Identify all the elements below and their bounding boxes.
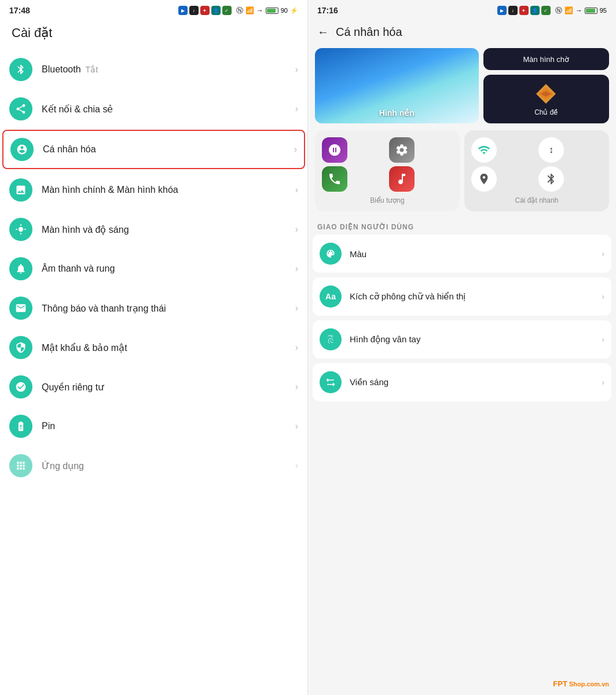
settings-item-ket-noi[interactable]: Kết nối & chia sẻ › bbox=[0, 89, 307, 129]
pin-icon bbox=[9, 415, 32, 438]
am-thanh-content: Âm thanh và rung bbox=[42, 264, 295, 274]
mat-khau-right: › bbox=[295, 342, 298, 353]
man-hinh-chinh-icon bbox=[9, 178, 32, 202]
bluetooth-content: Bluetooth Tắt bbox=[42, 64, 295, 75]
kich-co-chevron: › bbox=[602, 292, 604, 301]
notif-icon-3: ✦ bbox=[200, 6, 210, 15]
lockscreen-label: Màn hình chờ bbox=[523, 55, 570, 64]
settings-item-bluetooth[interactable]: Bluetooth Tắt › bbox=[0, 50, 307, 89]
theme-card[interactable]: Chủ đề bbox=[483, 75, 609, 123]
settings-item-pin[interactable]: Pin › bbox=[0, 407, 307, 446]
thong-bao-label: Thông báo và thanh trạng thái bbox=[42, 303, 166, 313]
bluetooth-chevron: › bbox=[295, 64, 298, 75]
man-hinh-sang-icon bbox=[9, 218, 32, 241]
thong-bao-right: › bbox=[295, 303, 298, 313]
status-bar-right: 17:16 ▶ ♪ ✦ 👤 ✓ Ⓝ 📶 → 95 bbox=[308, 0, 616, 21]
notif-icon-1: ▶ bbox=[178, 6, 188, 15]
vien-sang-label: Viền sáng bbox=[350, 377, 602, 387]
ket-noi-content: Kết nối & chia sẻ bbox=[42, 104, 295, 115]
battery-left-val: 90 bbox=[281, 7, 288, 14]
wallpaper-grid: Hình nền Màn hình chờ bbox=[308, 48, 616, 130]
man-hinh-chinh-right: › bbox=[295, 185, 298, 195]
notif-icon-4: 👤 bbox=[211, 6, 221, 15]
quick-bluetooth-icon bbox=[538, 166, 564, 192]
theme-label: Chủ đề bbox=[534, 108, 558, 116]
notif-icon-5: ✓ bbox=[222, 6, 232, 15]
page-title: Cài đặt bbox=[0, 21, 307, 50]
settings-item-man-hinh-sang[interactable]: Màn hình và độ sáng › bbox=[0, 210, 307, 249]
ket-noi-label: Kết nối & chia sẻ bbox=[42, 104, 113, 114]
right-notif-2: ♪ bbox=[508, 6, 518, 15]
man-hinh-sang-label: Màn hình và độ sáng bbox=[42, 225, 129, 235]
lockscreen-card[interactable]: Màn hình chờ bbox=[483, 48, 609, 70]
ca-nhan-hoa-right: › bbox=[294, 144, 297, 155]
shortcut-grid: Biểu tượng ↕ bbox=[308, 130, 616, 218]
settings-item-quyen-rieng[interactable]: Quyền riêng tư › bbox=[0, 367, 307, 407]
man-hinh-sang-chevron: › bbox=[295, 224, 298, 235]
right-wifi-icon: 📶 bbox=[564, 6, 573, 14]
ket-noi-icon bbox=[9, 97, 32, 120]
am-thanh-right: › bbox=[295, 264, 298, 274]
right-item-hinh-dong[interactable]: Hình động vân tay › bbox=[313, 320, 611, 359]
quyen-rieng-label: Quyền riêng tư bbox=[42, 382, 104, 392]
right-status-icons: ▶ ♪ ✦ 👤 ✓ Ⓝ 📶 → 95 bbox=[497, 6, 607, 16]
arrow-icon: → bbox=[256, 6, 263, 14]
kich-co-label: Kích cỡ phông chữ và hiển thị bbox=[350, 291, 602, 302]
right-header: ← Cá nhân hóa bbox=[308, 21, 616, 48]
quick-location-icon bbox=[471, 166, 497, 192]
ung-dung-content: Ứng dụng bbox=[42, 460, 295, 471]
thong-bao-icon bbox=[9, 297, 32, 320]
quyen-rieng-right: › bbox=[295, 382, 298, 392]
quyen-rieng-icon bbox=[9, 375, 32, 398]
back-button[interactable]: ← bbox=[317, 25, 329, 39]
settings-item-mat-khau[interactable]: Mật khẩu & bảo mật › bbox=[0, 328, 307, 367]
mat-khau-label: Mật khẩu & bảo mật bbox=[42, 343, 127, 353]
hinh-dong-label: Hình động vân tay bbox=[350, 334, 602, 345]
ket-noi-right: › bbox=[295, 104, 298, 114]
right-card-col: Màn hình chờ Chủ đề bbox=[483, 48, 609, 123]
app-icon-3 bbox=[322, 166, 347, 192]
vien-sang-chevron: › bbox=[602, 378, 604, 387]
mau-chevron: › bbox=[602, 249, 604, 258]
left-panel: 17:48 ▶ ♪ ✦ 👤 ✓ Ⓝ 📶 → 90 ⚡ Cài đặt bbox=[0, 0, 308, 695]
left-notif-icons: ▶ ♪ ✦ 👤 ✓ bbox=[178, 6, 232, 15]
mat-khau-chevron: › bbox=[295, 342, 298, 353]
thong-bao-chevron: › bbox=[295, 303, 298, 313]
right-content: Hình nền Màn hình chờ bbox=[308, 48, 616, 406]
settings-item-man-hinh-chinh[interactable]: Màn hình chính & Màn hình khóa › bbox=[0, 170, 307, 210]
app-icon-1 bbox=[322, 137, 347, 163]
status-bar-left: 17:48 ▶ ♪ ✦ 👤 ✓ Ⓝ 📶 → 90 ⚡ bbox=[0, 0, 307, 21]
right-item-mau[interactable]: Màu › bbox=[313, 235, 611, 273]
bluetooth-value: Tắt bbox=[86, 65, 98, 74]
right-panel-wrapper: Hình nền Màn hình chờ bbox=[308, 48, 616, 695]
battery-right bbox=[585, 8, 597, 14]
right-panel: 17:16 ▶ ♪ ✦ 👤 ✓ Ⓝ 📶 → 95 ← Cá nhân hóa bbox=[308, 0, 616, 695]
app-icon-2 bbox=[389, 137, 415, 163]
mat-khau-content: Mật khẩu & bảo mật bbox=[42, 342, 295, 353]
icon-card[interactable]: Biểu tượng bbox=[315, 130, 460, 211]
right-time: 17:16 bbox=[317, 6, 338, 15]
icon-grid bbox=[322, 137, 453, 192]
settings-item-ca-nhan-hoa[interactable]: Cá nhân hóa › bbox=[2, 130, 305, 169]
ca-nhan-hoa-chevron: › bbox=[294, 144, 297, 155]
right-notif-icons: ▶ ♪ ✦ 👤 ✓ bbox=[497, 6, 551, 15]
right-item-kich-co[interactable]: Aa Kích cỡ phông chữ và hiển thị › bbox=[313, 277, 611, 316]
hinh-dong-icon bbox=[320, 328, 342, 350]
settings-item-am-thanh[interactable]: Âm thanh và rung › bbox=[0, 249, 307, 288]
right-item-vien-sang[interactable]: Viền sáng › bbox=[313, 363, 611, 401]
right-title: Cá nhân hóa bbox=[336, 25, 402, 39]
ca-nhan-hoa-icon bbox=[10, 138, 34, 161]
battery-left bbox=[266, 8, 278, 14]
app-icon-4 bbox=[389, 166, 415, 192]
hinh-dong-chevron: › bbox=[602, 335, 604, 344]
user-interface-section-label: GIAO DIỆN NGƯỜI DÙNG bbox=[308, 218, 616, 235]
mau-label: Màu bbox=[350, 249, 602, 259]
settings-item-thong-bao[interactable]: Thông báo và thanh trạng thái › bbox=[0, 288, 307, 328]
quick-wifi-icon bbox=[471, 137, 497, 163]
settings-item-ung-dung[interactable]: Ứng dụng › bbox=[0, 446, 307, 485]
wallpaper-card[interactable]: Hình nền bbox=[315, 48, 479, 123]
thong-bao-content: Thông báo và thanh trạng thái bbox=[42, 303, 295, 314]
pin-chevron: › bbox=[295, 421, 298, 431]
quick-card[interactable]: ↕ Cài đặt nhanh bbox=[464, 130, 609, 211]
theme-icon bbox=[534, 82, 558, 106]
